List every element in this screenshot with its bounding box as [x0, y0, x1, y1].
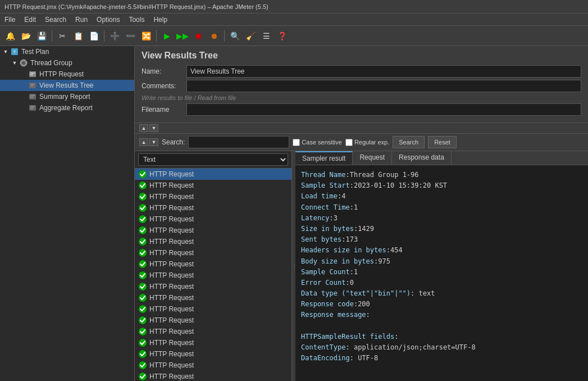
name-input[interactable]: [186, 65, 581, 78]
tree-item-summary-report[interactable]: Summary Report: [0, 91, 134, 102]
request-label: HTTP Request: [149, 373, 194, 380]
sampler-result-tab[interactable]: Sampler result: [295, 151, 353, 165]
request-item[interactable]: HTTP Request: [135, 169, 291, 180]
tree-item-view-results-tree[interactable]: View Results Tree: [0, 80, 134, 91]
tree-label: Aggregate Report: [39, 104, 93, 112]
view-type-select[interactable]: TextRendered HTML (local CSS only)HTML S…: [138, 153, 288, 166]
request-item[interactable]: HTTP Request: [135, 326, 291, 337]
name-label: Name:: [142, 67, 186, 75]
menu-file[interactable]: File: [0, 15, 20, 25]
tree-icon: [28, 81, 37, 90]
new-button[interactable]: 🔔: [3, 29, 17, 43]
success-icon: [138, 215, 147, 224]
menu-search[interactable]: Search: [40, 15, 71, 25]
detail-key: Sample Count: [301, 268, 350, 276]
detail-key: HTTPSampleResult fields: [301, 333, 394, 341]
detail-key: Thread Name: [301, 171, 345, 179]
menu-tools[interactable]: Tools: [124, 15, 149, 25]
detail-line: Error Count:0: [301, 278, 582, 288]
regex-label[interactable]: Regular exp.: [345, 139, 389, 146]
request-label: HTTP Request: [149, 249, 194, 257]
success-icon: [138, 327, 147, 336]
request-item[interactable]: HTTP Request: [135, 270, 291, 281]
stop-button[interactable]: ⏹: [191, 29, 206, 43]
request-item[interactable]: HTTP Request: [135, 180, 291, 191]
main-area: ▼TTest Plan▼Thread GroupHTTP RequestView…: [0, 46, 588, 381]
detail-line: HTTPSampleResult fields:: [301, 332, 582, 342]
up-arrow-button[interactable]: ▲: [139, 124, 148, 132]
left-panel: ▼TTest Plan▼Thread GroupHTTP RequestView…: [0, 46, 135, 381]
expand-icon: ▼: [2, 48, 9, 55]
reset-button[interactable]: Reset: [428, 136, 457, 148]
down-arrow-button[interactable]: ▼: [149, 124, 158, 132]
help-button[interactable]: ❓: [275, 29, 289, 43]
detail-line: Body size in bytes:975: [301, 256, 582, 267]
svg-text:T: T: [13, 49, 16, 55]
tree-icon: [28, 103, 37, 112]
toolbar: 🔔 📂 💾 ✂ 📋 📄 ➕ ➖ 🔀 ▶ ▶▶ ⏹ ⏺ 🔍 🧹 ☰ ❓: [0, 26, 588, 46]
start-no-pause-button[interactable]: ▶▶: [175, 29, 190, 43]
request-item[interactable]: HTTP Request: [135, 236, 291, 247]
response-data-tab[interactable]: Response data: [392, 151, 452, 165]
request-item[interactable]: HTTP Request: [135, 315, 291, 326]
save-button[interactable]: 💾: [34, 29, 49, 43]
request-item[interactable]: HTTP Request: [135, 371, 291, 381]
search-input[interactable]: [188, 136, 289, 148]
tree-label: Summary Report: [39, 93, 90, 101]
search-up-button[interactable]: ▲: [139, 138, 148, 146]
tree-item-aggregate-report[interactable]: Aggregate Report: [0, 102, 134, 114]
request-item[interactable]: HTTP Request: [135, 247, 291, 258]
detail-key: ContentType: [301, 343, 345, 351]
filename-input[interactable]: [186, 103, 581, 116]
request-item[interactable]: HTTP Request: [135, 337, 291, 348]
cut-button[interactable]: ✂: [55, 29, 70, 43]
copy-button[interactable]: 📋: [71, 29, 85, 43]
success-icon: [138, 282, 147, 291]
comments-input[interactable]: [186, 80, 581, 92]
request-label: HTTP Request: [149, 316, 194, 324]
menu-options[interactable]: Options: [92, 15, 124, 25]
tree-item-thread-group[interactable]: ▼Thread Group: [0, 57, 134, 69]
tree-icon: [28, 70, 37, 79]
paste-button[interactable]: 📄: [86, 29, 101, 43]
request-item[interactable]: HTTP Request: [135, 214, 291, 225]
menu-edit[interactable]: Edit: [20, 15, 40, 25]
detail-line: Load time:4: [301, 191, 582, 202]
request-item[interactable]: HTTP Request: [135, 191, 291, 202]
remove-button[interactable]: ➖: [123, 29, 138, 43]
regex-checkbox[interactable]: [345, 139, 353, 146]
tree-item-test-plan[interactable]: ▼TTest Plan: [0, 46, 134, 57]
menu-help[interactable]: Help: [149, 15, 172, 25]
add-button[interactable]: ➕: [107, 29, 122, 43]
tree-item-http-request-sampler[interactable]: HTTP Request: [0, 69, 134, 80]
success-icon: [138, 305, 147, 314]
log-button[interactable]: ☰: [259, 29, 274, 43]
toggle-button[interactable]: 🔀: [139, 29, 153, 43]
menu-run[interactable]: Run: [71, 15, 92, 25]
separator-4: [224, 30, 225, 42]
start-button[interactable]: ▶: [159, 29, 174, 43]
search-toolbar-button[interactable]: 🔍: [227, 29, 242, 43]
request-item[interactable]: HTTP Request: [135, 258, 291, 270]
search-button[interactable]: Search: [393, 136, 425, 148]
request-item[interactable]: HTTP Request: [135, 303, 291, 315]
request-item[interactable]: HTTP Request: [135, 348, 291, 360]
request-item[interactable]: HTTP Request: [135, 360, 291, 371]
request-item[interactable]: HTTP Request: [135, 202, 291, 214]
shutdown-button[interactable]: ⏺: [207, 29, 221, 43]
request-tab[interactable]: Request: [353, 151, 392, 165]
case-sensitive-checkbox[interactable]: [293, 139, 300, 146]
request-item[interactable]: HTTP Request: [135, 292, 291, 303]
request-item[interactable]: HTTP Request: [135, 281, 291, 292]
panel-header: View Results Tree Name: Comments: Write …: [135, 46, 588, 123]
detail-key: Body size in bytes: [301, 257, 374, 265]
request-item[interactable]: HTTP Request: [135, 225, 291, 236]
case-sensitive-label[interactable]: Case sensitive: [293, 139, 342, 146]
clear-button[interactable]: 🧹: [243, 29, 258, 43]
detail-key: Latency: [301, 214, 330, 222]
search-down-button[interactable]: ▼: [149, 138, 158, 146]
open-button[interactable]: 📂: [19, 29, 33, 43]
request-label: HTTP Request: [149, 328, 194, 335]
success-icon: [138, 192, 147, 201]
request-label: HTTP Request: [149, 182, 194, 189]
